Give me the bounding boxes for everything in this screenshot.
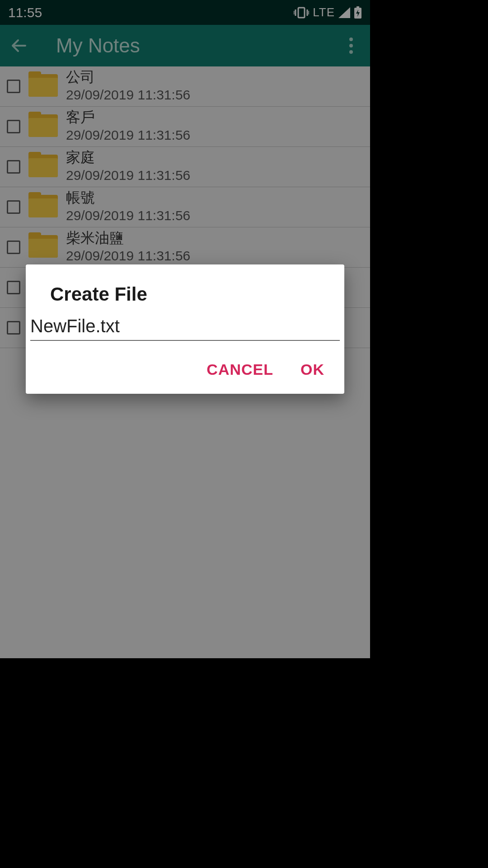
create-file-dialog: Create File CANCEL OK — [26, 264, 344, 394]
dialog-input-wrap — [26, 313, 344, 341]
dialog-title: Create File — [26, 264, 344, 313]
dialog-actions: CANCEL OK — [26, 341, 344, 386]
filename-input[interactable] — [30, 313, 340, 341]
screen: 11:55 LTE — [0, 0, 370, 658]
ok-button[interactable]: OK — [300, 361, 324, 378]
cancel-button[interactable]: CANCEL — [206, 361, 273, 378]
